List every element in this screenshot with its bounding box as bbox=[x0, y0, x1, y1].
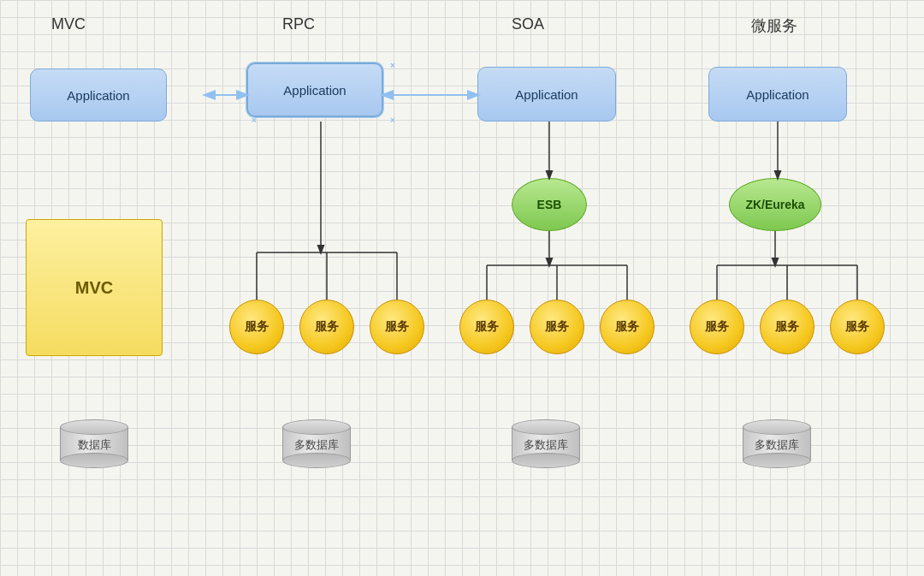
zk-ellipse: ZK/Eureka bbox=[729, 178, 821, 231]
col-header-micro: 微服务 bbox=[751, 15, 797, 36]
app-label-mvc: Application bbox=[67, 88, 129, 103]
service-circle-soa-1: 服务 bbox=[459, 300, 514, 354]
col-header-soa: SOA bbox=[512, 15, 544, 33]
mvc-box: MVC bbox=[26, 219, 163, 356]
svc-rpc-2-label: 服务 bbox=[315, 319, 339, 335]
db-rpc: 多数据库 bbox=[282, 419, 351, 468]
db-soa: 多数据库 bbox=[512, 419, 580, 468]
svc-micro-1-label: 服务 bbox=[705, 319, 729, 335]
db-soa-label: 多数据库 bbox=[524, 437, 568, 453]
mvc-label: MVC bbox=[75, 278, 113, 298]
app-box-micro[interactable]: Application bbox=[708, 67, 847, 122]
service-circle-soa-3: 服务 bbox=[600, 300, 654, 354]
svc-rpc-3-label: 服务 bbox=[385, 319, 409, 335]
app-box-rpc-wrapper: × × × × × Application bbox=[246, 62, 383, 117]
db-rpc-label: 多数据库 bbox=[294, 437, 339, 453]
service-circle-micro-3: 服务 bbox=[830, 300, 885, 354]
svc-micro-2-label: 服务 bbox=[775, 319, 799, 335]
cross-br: × bbox=[390, 116, 395, 125]
app-box-mvc[interactable]: Application bbox=[30, 68, 167, 122]
col-header-rpc: RPC bbox=[282, 15, 315, 33]
zk-label: ZK/Eureka bbox=[745, 198, 804, 211]
app-label-micro: Application bbox=[746, 87, 808, 102]
app-label-rpc: Application bbox=[283, 83, 346, 98]
svc-soa-1-label: 服务 bbox=[475, 319, 499, 335]
service-circle-micro-2: 服务 bbox=[760, 300, 814, 354]
svc-micro-3-label: 服务 bbox=[845, 319, 869, 335]
db-mvc-bottom bbox=[60, 453, 128, 468]
db-rpc-bottom bbox=[282, 453, 351, 468]
db-mvc-label: 数据库 bbox=[78, 437, 111, 453]
col-header-mvc: MVC bbox=[51, 15, 86, 33]
db-micro-label: 多数据库 bbox=[755, 437, 799, 453]
db-mvc-top bbox=[60, 419, 128, 435]
service-circle-rpc-1: 服务 bbox=[229, 300, 284, 354]
diagram-canvas: MVC RPC SOA 微服务 Application × × × × × Ap… bbox=[0, 0, 924, 576]
esb-ellipse: ESB bbox=[512, 178, 587, 231]
svc-soa-2-label: 服务 bbox=[545, 319, 569, 335]
db-soa-bottom bbox=[512, 453, 580, 468]
esb-label: ESB bbox=[537, 198, 562, 211]
service-circle-micro-1: 服务 bbox=[690, 300, 744, 354]
svc-soa-3-label: 服务 bbox=[615, 319, 639, 335]
app-box-rpc[interactable]: Application bbox=[246, 62, 383, 117]
db-micro: 多数据库 bbox=[743, 419, 811, 468]
db-mvc: 数据库 bbox=[60, 419, 128, 468]
service-circle-rpc-3: 服务 bbox=[370, 300, 424, 354]
app-label-soa: Application bbox=[515, 87, 578, 102]
db-rpc-top bbox=[282, 419, 351, 435]
service-circle-rpc-2: 服务 bbox=[299, 300, 354, 354]
cross-tr: × bbox=[390, 61, 395, 70]
db-micro-bottom bbox=[743, 453, 811, 468]
svc-rpc-1-label: 服务 bbox=[245, 319, 269, 335]
service-circle-soa-2: 服务 bbox=[530, 300, 584, 354]
app-box-soa[interactable]: Application bbox=[477, 67, 616, 122]
db-micro-top bbox=[743, 419, 811, 435]
db-soa-top bbox=[512, 419, 580, 435]
